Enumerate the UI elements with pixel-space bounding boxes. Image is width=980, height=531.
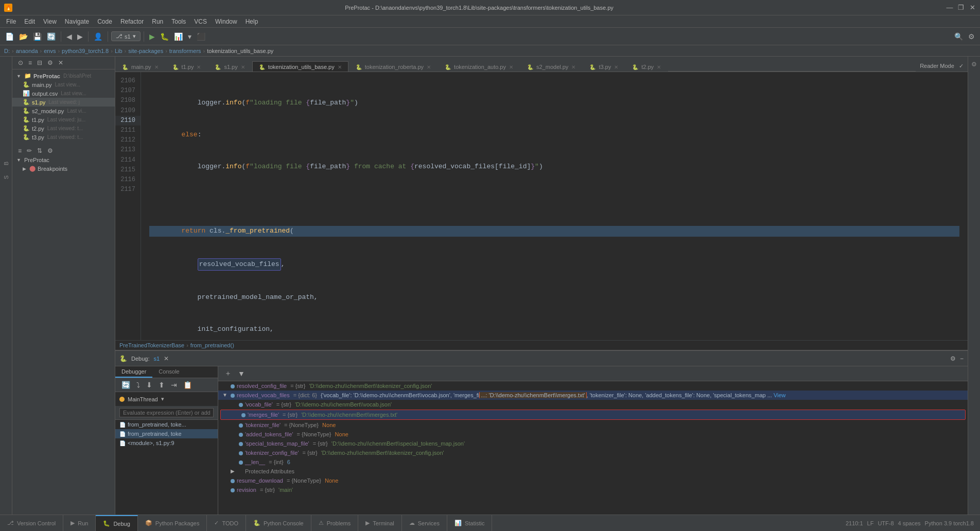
menu-help[interactable]: Help <box>241 15 262 27</box>
branch-selector[interactable]: ⎇ s1 ▾ <box>111 31 141 41</box>
file-t3-py[interactable]: 🐍 t3.py Last viewed: t... <box>12 133 115 141</box>
sidebar-config-btn[interactable]: ⚙ <box>46 147 55 155</box>
file-t2-py[interactable]: 🐍 t2.py Last viewed: t... <box>12 124 115 133</box>
file-s1-py[interactable]: 🐍 s1.py Last viewed: j <box>12 98 115 107</box>
code-content[interactable]: 2106 2107 2108 2109 2110 2111 2112 2113 … <box>115 72 968 340</box>
debug-step-out-btn[interactable]: ⬆ <box>156 380 167 390</box>
tab-close-main[interactable]: ✕ <box>154 64 159 70</box>
debug-step-over-btn[interactable]: ⤵ <box>134 380 142 390</box>
menu-view[interactable]: View <box>39 15 61 27</box>
status-tab-debug[interactable]: 🐛 Debug <box>96 515 137 531</box>
breadcrumb-python[interactable]: python39_torch1.8 <box>62 48 109 54</box>
stop-button[interactable]: ⬛ <box>195 30 207 43</box>
close-button[interactable]: ✕ <box>969 4 976 11</box>
tab-s1-py[interactable]: 🐍 s1.py ✕ <box>208 61 251 72</box>
var-len[interactable]: __len__ = {int} 6 <box>218 457 968 467</box>
sidebar-expand-button[interactable]: ≡ <box>27 59 33 67</box>
breakpoints-group[interactable]: ▶ ⬤ Breakpoints <box>12 164 115 173</box>
var-protected-attrs[interactable]: ▶ Protected Attributes <box>218 467 968 476</box>
file-output-csv[interactable]: 📊 output.csv Last view... <box>12 89 115 98</box>
console-tab[interactable]: Console <box>152 366 185 378</box>
bookmarks-icon[interactable]: B <box>2 160 10 167</box>
main-thread-item[interactable]: MainThread ▾ <box>115 394 218 404</box>
menu-vcs[interactable]: VCS <box>190 15 211 27</box>
menu-file[interactable]: File <box>2 15 20 27</box>
status-tab-run[interactable]: ▶ Run <box>63 515 96 531</box>
tab-tokenization-roberta[interactable]: 🐍 tokenization_roberta.py ✕ <box>349 61 437 72</box>
vars-expand-btn[interactable]: ▼ <box>236 369 247 378</box>
settings-button[interactable]: ⚙ <box>966 30 977 43</box>
save-button[interactable]: 💾 <box>31 30 44 43</box>
tab-close-s1[interactable]: ✕ <box>241 64 245 70</box>
new-file-button[interactable]: 📄 <box>3 30 16 43</box>
maximize-button[interactable]: ❐ <box>957 4 965 11</box>
vars-add-btn[interactable]: ＋ <box>222 368 234 379</box>
menu-window[interactable]: Window <box>211 15 241 27</box>
var-expand-vocab[interactable]: ▼ <box>222 392 229 398</box>
tab-close-t2[interactable]: ✕ <box>657 64 661 70</box>
reader-mode-button[interactable]: Reader Mode ✓ <box>916 61 968 72</box>
debug-expression-input[interactable] <box>119 408 214 417</box>
var-revision[interactable]: revision = {str} 'main' <box>218 485 968 494</box>
sidebar-collapse-button[interactable]: ⊟ <box>36 59 44 67</box>
tab-tokenization-base[interactable]: 🐍 tokenization_utils_base.py ✕ <box>252 61 348 72</box>
tab-t1-py[interactable]: 🐍 t1.py ✕ <box>166 61 208 72</box>
breadcrumb-site-packages[interactable]: site-packages <box>128 48 163 54</box>
status-tab-terminal[interactable]: ▶ Terminal <box>358 515 402 531</box>
status-tab-statistic[interactable]: 📊 Statistic <box>447 515 493 531</box>
var-merges-file[interactable]: 'merges_file' = {str} 'D:\\demo-zhu\\che… <box>220 410 966 420</box>
run-button[interactable]: ▶ <box>147 30 157 43</box>
file-t1-py[interactable]: 🐍 t1.py Last viewed: ju... <box>12 115 115 124</box>
breadcrumb-transformers[interactable]: transformers <box>169 48 201 54</box>
sidebar-close-button[interactable]: ✕ <box>57 59 65 67</box>
tab-main-py[interactable]: 🐍 main.py ✕ <box>115 61 165 72</box>
structure-icon[interactable]: S <box>2 173 10 181</box>
status-tab-version-control[interactable]: ⎇ Version Control <box>0 515 63 531</box>
sidebar-edit-btn[interactable]: ✏ <box>25 147 33 155</box>
breadcrumb-anaonda[interactable]: anaonda <box>16 48 38 54</box>
var-expand-protected[interactable]: ▶ <box>231 468 237 474</box>
tab-close-tok-roberta[interactable]: ✕ <box>427 64 431 70</box>
breadcrumb-file[interactable]: tokenization_utils_base.py <box>207 48 273 54</box>
tab-close-tok-auto[interactable]: ✕ <box>509 64 513 70</box>
sidebar-sort-btn[interactable]: ⇅ <box>36 147 44 155</box>
project-root-item[interactable]: ▼ 📁 PreProtac D:\bisal\Pret <box>12 72 115 80</box>
debug-run-cursor-btn[interactable]: ⇥ <box>169 380 179 390</box>
debug-button[interactable]: 🐛 <box>158 30 171 43</box>
sidebar-settings-button[interactable]: ⚙ <box>46 59 55 67</box>
status-tab-python-console[interactable]: 🐍 Python Console <box>246 515 311 531</box>
tab-t3[interactable]: 🐍 t3.py ✕ <box>583 61 625 72</box>
status-tab-python-packages[interactable]: 📦 Python Packages <box>138 515 207 531</box>
sync-button[interactable]: 🔄 <box>45 30 58 43</box>
tab-tokenization-auto[interactable]: 🐍 tokenization_auto.py ✕ <box>438 61 520 72</box>
debug-step-into-btn[interactable]: ⬇ <box>144 380 154 390</box>
var-special-tokens[interactable]: 'special_tokens_map_file' = {str} 'D:\\d… <box>218 439 968 448</box>
sidebar-locate-button[interactable]: ⊙ <box>16 59 25 67</box>
tab-close-t1[interactable]: ✕ <box>197 64 201 70</box>
frame-0[interactable]: 📄 from_pretrained, toke... <box>115 420 218 429</box>
var-resolved-config[interactable]: resolved_config_file = {str} 'D:\\demo-z… <box>218 381 968 391</box>
tab-close-s2[interactable]: ✕ <box>571 64 575 70</box>
var-vocab-file[interactable]: 'vocab_file' = {str} 'D:\\demo-zhu\\chen… <box>218 400 968 409</box>
more-run-button[interactable]: ▾ <box>186 30 194 43</box>
breadcrumb-lib[interactable]: Lib <box>115 48 122 54</box>
debug-refresh-btn[interactable]: 🔄 <box>119 380 132 390</box>
menu-refactor[interactable]: Refactor <box>116 15 148 27</box>
forward-button[interactable]: ▶ <box>75 30 85 43</box>
status-tab-todo[interactable]: ✓ TODO <box>207 515 246 531</box>
tab-s2-model[interactable]: 🐍 s2_model.py ✕ <box>520 61 582 72</box>
menu-run[interactable]: Run <box>148 15 167 27</box>
file-s2-model-py[interactable]: 🐍 s2_model.py Last vi... <box>12 107 115 115</box>
open-button[interactable]: 📂 <box>17 30 30 43</box>
tab-t2[interactable]: 🐍 t2.py ✕ <box>625 61 668 72</box>
var-tokenizer-file[interactable]: 'tokenizer_file' = {NoneType} None <box>218 420 968 430</box>
thread-dropdown-btn[interactable]: ▾ <box>161 396 164 402</box>
menu-navigate[interactable]: Navigate <box>61 15 93 27</box>
code-bc-class[interactable]: PreTrainedTokenizerBase <box>119 342 184 348</box>
var-tok-config-file[interactable]: 'tokenizer_config_file' = {str} 'D:\\dem… <box>218 448 968 457</box>
frame-2[interactable]: 📄 <module>, s1.py:9 <box>115 438 218 448</box>
minimize-button[interactable]: — <box>946 4 953 11</box>
menu-edit[interactable]: Edit <box>20 15 39 27</box>
debug-minimize-button[interactable]: − <box>960 355 964 362</box>
menu-code[interactable]: Code <box>93 15 116 27</box>
